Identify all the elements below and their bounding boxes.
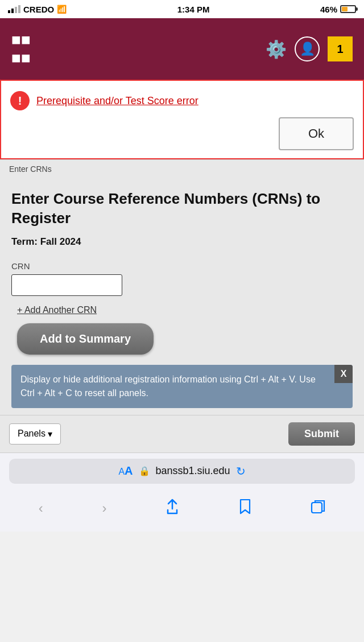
grid-icon[interactable]: ■■■■ (11, 31, 31, 67)
back-button[interactable]: ‹ (30, 496, 52, 521)
error-message: Prerequisite and/or Test Score error (36, 95, 198, 107)
font-large-label: A (125, 464, 133, 477)
browser-chrome: AA 🔒 banssb1.siu.edu ↻ ‹ › (0, 452, 364, 532)
tooltip-close-button[interactable]: X (334, 365, 353, 383)
status-time: 1:34 PM (177, 5, 210, 14)
lock-icon: 🔒 (139, 466, 150, 476)
term-label: Term: Fall 2024 (11, 236, 353, 248)
status-bar: CREDO 📶 1:34 PM 46% (0, 0, 364, 18)
font-size-button[interactable]: AA (118, 464, 133, 478)
error-icon: ! (10, 91, 30, 110)
browser-nav: ‹ › (9, 492, 355, 527)
panels-dropdown[interactable]: Panels ▾ (9, 423, 61, 445)
battery-icon (340, 5, 356, 13)
header-right: ⚙️ 👤 1 (266, 36, 353, 61)
signal-bars-icon (8, 5, 20, 13)
battery-percent: 46% (320, 5, 337, 14)
panels-chevron-icon: ▾ (48, 429, 52, 439)
crn-label: CRN (11, 261, 353, 271)
error-dialog-content: ! Prerequisite and/or Test Score error (1, 81, 363, 110)
forward-button[interactable]: › (93, 496, 115, 521)
url-display: banssb1.siu.edu (156, 465, 230, 477)
main-content: Enter Course Reference Numbers (CRNs) to… (0, 178, 364, 415)
bottom-bar: Panels ▾ Submit (0, 415, 364, 452)
share-button[interactable] (156, 494, 188, 522)
bookmarks-button[interactable] (229, 494, 261, 522)
carrier-label: CREDO (23, 5, 54, 14)
refresh-icon[interactable]: ↻ (236, 464, 246, 478)
svg-rect-0 (312, 503, 322, 513)
user-icon[interactable]: 👤 (295, 36, 320, 61)
status-left: CREDO 📶 (8, 5, 67, 14)
panels-label: Panels (18, 429, 46, 439)
error-dialog: ! Prerequisite and/or Test Score error O… (0, 80, 364, 159)
error-dialog-footer: Ok (1, 110, 363, 158)
breadcrumb: Enter CRNs (0, 159, 364, 178)
tabs-button[interactable] (301, 495, 334, 522)
gear-icon[interactable]: ⚙️ (266, 39, 287, 59)
breadcrumb-text: Enter CRNs (9, 164, 52, 174)
add-another-crn-link[interactable]: + Add Another CRN (17, 305, 97, 315)
crn-input[interactable] (11, 274, 122, 296)
add-to-summary-button[interactable]: Add to Summary (17, 323, 154, 355)
tooltip-box: Display or hide additional registration … (11, 365, 353, 408)
browser-url-bar[interactable]: AA 🔒 banssb1.siu.edu ↻ (9, 459, 355, 484)
wifi-icon: 📶 (57, 5, 67, 14)
status-right: 46% (320, 5, 356, 14)
tooltip-container: Display or hide additional registration … (11, 365, 353, 408)
ok-button[interactable]: Ok (279, 117, 354, 150)
app-header: ■■■■ ⚙️ 👤 1 (0, 18, 364, 80)
page-title: Enter Course Reference Numbers (CRNs) to… (11, 190, 353, 228)
font-small-label: A (118, 467, 125, 476)
submit-button[interactable]: Submit (288, 422, 355, 446)
tooltip-text: Display or hide additional registration … (20, 374, 316, 398)
notification-badge[interactable]: 1 (328, 36, 353, 61)
